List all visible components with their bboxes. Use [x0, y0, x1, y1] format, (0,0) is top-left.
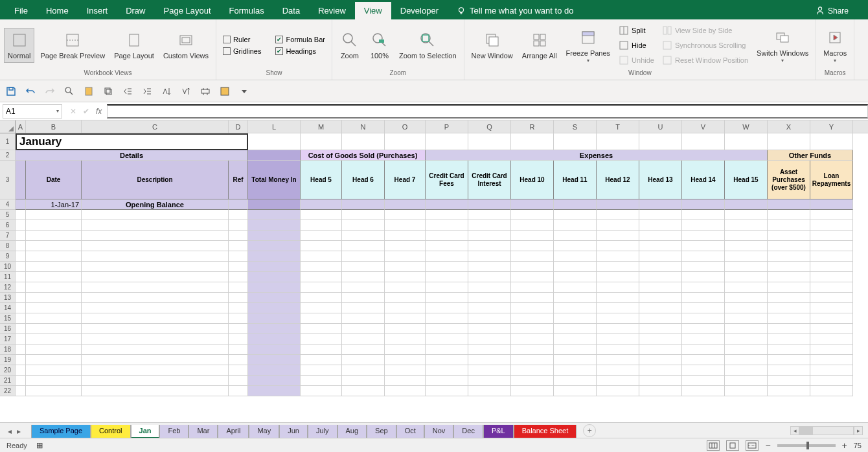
- cell[interactable]: [426, 386, 468, 396]
- th-head7[interactable]: Head 7: [385, 161, 426, 199]
- horizontal-scrollbar[interactable]: ◂ ▸: [790, 426, 868, 435]
- cell[interactable]: [639, 303, 682, 313]
- row-header[interactable]: 20: [0, 365, 16, 376]
- cell[interactable]: [385, 282, 426, 293]
- freeze-panes-button[interactable]: Freeze Panes▾: [563, 26, 613, 65]
- cell[interactable]: [342, 199, 385, 210]
- cell[interactable]: [385, 251, 426, 262]
- cell[interactable]: [82, 210, 229, 220]
- sheet-tab-may[interactable]: May: [249, 425, 279, 438]
- cell[interactable]: [385, 231, 426, 241]
- cell[interactable]: [426, 241, 468, 251]
- cell[interactable]: [82, 365, 229, 376]
- cell[interactable]: [810, 365, 853, 376]
- cell[interactable]: [301, 313, 342, 324]
- cell[interactable]: [468, 210, 511, 220]
- cell[interactable]: [385, 272, 426, 282]
- select-all-corner[interactable]: [0, 120, 16, 133]
- cell[interactable]: [639, 241, 682, 251]
- cell[interactable]: [426, 334, 468, 345]
- cell[interactable]: [511, 324, 554, 334]
- cell[interactable]: [82, 293, 229, 303]
- cell[interactable]: [597, 334, 639, 345]
- row-header[interactable]: 5: [0, 210, 16, 220]
- month-title[interactable]: January: [16, 133, 248, 150]
- cell[interactable]: [301, 376, 342, 386]
- cell[interactable]: [554, 324, 597, 334]
- ribbon-tab-view[interactable]: View: [355, 2, 391, 19]
- sheet-tab-oct[interactable]: Oct: [396, 425, 424, 438]
- cell[interactable]: [26, 210, 82, 220]
- th-head11[interactable]: Head 11: [554, 161, 597, 199]
- cell[interactable]: [385, 262, 426, 272]
- cell[interactable]: [385, 199, 426, 210]
- cell[interactable]: [768, 386, 810, 396]
- cell[interactable]: [597, 386, 639, 396]
- cell[interactable]: [301, 199, 342, 210]
- cell[interactable]: [342, 262, 385, 272]
- cell[interactable]: [426, 272, 468, 282]
- row-header[interactable]: 6: [0, 220, 16, 231]
- cell[interactable]: [597, 345, 639, 355]
- cell[interactable]: [768, 251, 810, 262]
- cell[interactable]: [682, 376, 725, 386]
- th-head10[interactable]: Head 10: [511, 161, 554, 199]
- sheet-tab-july[interactable]: July: [308, 425, 337, 438]
- cell[interactable]: [248, 210, 301, 220]
- cell[interactable]: [554, 282, 597, 293]
- cell[interactable]: [682, 241, 725, 251]
- cell[interactable]: [597, 220, 639, 231]
- th-head12[interactable]: Head 12: [597, 161, 639, 199]
- cell[interactable]: [682, 386, 725, 396]
- row-header[interactable]: 9: [0, 251, 16, 262]
- cell[interactable]: [597, 324, 639, 334]
- cell[interactable]: [639, 365, 682, 376]
- cell[interactable]: [301, 355, 342, 365]
- cell[interactable]: [682, 324, 725, 334]
- cell[interactable]: [810, 303, 853, 313]
- cell[interactable]: [248, 293, 301, 303]
- cell[interactable]: [82, 386, 229, 396]
- row-header[interactable]: 2: [0, 150, 16, 161]
- cell[interactable]: [248, 282, 301, 293]
- cell[interactable]: [248, 376, 301, 386]
- cell[interactable]: [468, 324, 511, 334]
- cell[interactable]: [16, 210, 26, 220]
- cell[interactable]: [229, 376, 248, 386]
- cell[interactable]: [229, 355, 248, 365]
- cell[interactable]: [26, 241, 82, 251]
- cell[interactable]: [16, 303, 26, 313]
- sheet-tab-jun[interactable]: Jun: [279, 425, 308, 438]
- cell[interactable]: [768, 365, 810, 376]
- sheet-tab-jan[interactable]: Jan: [131, 425, 160, 438]
- cell[interactable]: [511, 334, 554, 345]
- macros-button[interactable]: Macros▾: [820, 26, 850, 65]
- borders-icon[interactable]: [219, 85, 231, 97]
- cell[interactable]: [385, 345, 426, 355]
- row-header[interactable]: 14: [0, 303, 16, 313]
- cell[interactable]: [554, 272, 597, 282]
- sheet-tab-nov[interactable]: Nov: [424, 425, 454, 438]
- fx-icon[interactable]: fx: [96, 107, 102, 116]
- cell[interactable]: [768, 376, 810, 386]
- cell[interactable]: [468, 272, 511, 282]
- cell[interactable]: [82, 272, 229, 282]
- cell[interactable]: [511, 293, 554, 303]
- tab-nav-prev-icon[interactable]: ◂: [8, 427, 14, 435]
- cell[interactable]: [725, 365, 768, 376]
- cell[interactable]: [26, 345, 82, 355]
- cell[interactable]: [385, 386, 426, 396]
- cell[interactable]: [554, 303, 597, 313]
- cell[interactable]: [342, 303, 385, 313]
- cell[interactable]: [511, 376, 554, 386]
- cell[interactable]: [342, 210, 385, 220]
- cell[interactable]: [426, 199, 468, 210]
- th-asset[interactable]: Asset Purchases (over $500): [768, 161, 810, 199]
- cell[interactable]: [82, 376, 229, 386]
- row-header[interactable]: 15: [0, 313, 16, 324]
- column-header[interactable]: B: [26, 120, 82, 133]
- cell[interactable]: [16, 376, 26, 386]
- cell[interactable]: [511, 210, 554, 220]
- cell[interactable]: [16, 355, 26, 365]
- cell[interactable]: [82, 345, 229, 355]
